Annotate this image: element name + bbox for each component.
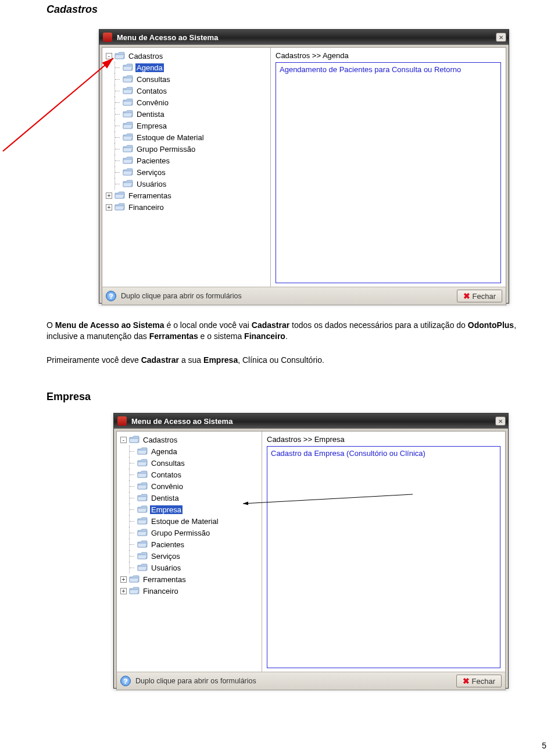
- folder-icon: [137, 540, 148, 548]
- tree-item-convênio[interactable]: Convênio: [118, 480, 260, 492]
- tree-item-ferramentas[interactable]: +Ferramentas: [118, 573, 260, 585]
- collapse-icon[interactable]: -: [120, 437, 127, 443]
- titlebar: Menu de Acesso ao Sistema ✕: [99, 30, 509, 45]
- help-icon[interactable]: ?: [106, 291, 116, 301]
- close-icon: ✖: [463, 676, 470, 686]
- description-box: Cadastro da Empresa (Consultório ou Clín…: [267, 446, 500, 668]
- page-number: 5: [542, 741, 546, 750]
- tree-item-financeiro[interactable]: +Financeiro: [118, 585, 260, 597]
- tree-label: Cadastros: [142, 436, 178, 444]
- folder-icon: [123, 63, 133, 72]
- breadcrumb: Cadastros >> Empresa: [267, 435, 500, 444]
- folder-icon: [123, 98, 133, 106]
- tree-item-convênio[interactable]: Convênio: [103, 97, 269, 108]
- tree-panel[interactable]: -CadastrosAgendaConsultasContatosConvêni…: [117, 432, 262, 672]
- folder-icon: [137, 505, 148, 513]
- close-button[interactable]: ✖ Fechar: [456, 675, 502, 687]
- tree-label: Estoque de Material: [135, 133, 205, 142]
- folder-icon: [115, 203, 125, 211]
- tree-item-usuários[interactable]: Usuários: [103, 178, 269, 190]
- expand-icon[interactable]: +: [106, 204, 112, 211]
- statusbar: ? Duplo clique para abrir os formulários…: [116, 672, 506, 690]
- tree-item-ferramentas[interactable]: +Ferramentas: [103, 190, 269, 201]
- folder-icon: [123, 133, 133, 141]
- tree-label: Dentista: [135, 110, 166, 119]
- tree-item-estoque-de-material[interactable]: Estoque de Material: [103, 131, 269, 143]
- tree-item-serviços[interactable]: Serviços: [103, 166, 269, 178]
- close-label: Fechar: [472, 677, 495, 686]
- app-icon: [103, 33, 112, 42]
- tree-item-empresa[interactable]: Empresa: [118, 504, 260, 515]
- folder-icon: [123, 168, 133, 176]
- tree-item-grupo-permissão[interactable]: Grupo Permissão: [118, 527, 260, 539]
- tree-panel[interactable]: -CadastrosAgendaConsultasContatosConvêni…: [102, 48, 271, 287]
- folder-icon: [137, 459, 148, 467]
- tree-label: Grupo Permissão: [150, 529, 211, 537]
- expand-icon[interactable]: +: [120, 588, 127, 594]
- tree-item-dentista[interactable]: Dentista: [103, 108, 269, 120]
- folder-icon: [137, 494, 148, 502]
- tree-label: Cadastros: [127, 52, 164, 60]
- tree-item-grupo-permissão[interactable]: Grupo Permissão: [103, 143, 269, 155]
- paragraph-2: Primeiramente você deve Cadastrar a sua …: [46, 355, 546, 366]
- tree-item-cadastros[interactable]: -Cadastros: [118, 434, 260, 445]
- collapse-icon[interactable]: -: [106, 53, 112, 59]
- folder-icon: [123, 156, 133, 165]
- folder-icon: [137, 470, 148, 479]
- folder-icon: [123, 75, 133, 83]
- tree-label: Consultas: [135, 75, 171, 84]
- tree-item-agenda[interactable]: Agenda: [118, 445, 260, 457]
- status-hint: Duplo clique para abrir os formulários: [135, 677, 452, 685]
- tree-item-empresa[interactable]: Empresa: [103, 120, 269, 131]
- svg-line-0: [3, 58, 113, 151]
- tree-item-pacientes[interactable]: Pacientes: [118, 539, 260, 550]
- section-heading-empresa: Empresa: [46, 391, 91, 403]
- tree-label: Serviços: [150, 552, 181, 561]
- tree-label: Convênio: [135, 98, 170, 107]
- window-menu-2: Menu de Acesso ao Sistema ✕ -CadastrosAg…: [113, 413, 509, 689]
- close-button[interactable]: ✖ Fechar: [457, 290, 502, 302]
- description-text: Cadastro da Empresa (Consultório ou Clín…: [271, 449, 425, 458]
- folder-icon: [137, 552, 148, 560]
- statusbar: ? Duplo clique para abrir os formulários…: [102, 287, 506, 305]
- tree-item-cadastros[interactable]: -Cadastros: [103, 50, 269, 62]
- detail-panel: Cadastros >> Empresa Cadastro da Empresa…: [262, 432, 505, 672]
- description-box: Agendamento de Pacientes para Consulta o…: [276, 62, 501, 283]
- folder-icon: [115, 191, 125, 199]
- breadcrumb: Cadastros >> Agenda: [276, 51, 501, 60]
- tree-label: Agenda: [135, 63, 164, 72]
- tree-item-contatos[interactable]: Contatos: [103, 85, 269, 97]
- tree-label: Empresa: [135, 122, 168, 130]
- tree-label: Usuários: [135, 180, 167, 188]
- tree-item-dentista[interactable]: Dentista: [118, 492, 260, 504]
- expand-icon[interactable]: +: [106, 192, 112, 199]
- window-title: Menu de Acesso ao Sistema: [117, 33, 491, 42]
- tree-item-usuários[interactable]: Usuários: [118, 562, 260, 573]
- expand-icon[interactable]: +: [120, 576, 127, 583]
- help-icon[interactable]: ?: [120, 676, 131, 686]
- tree-label: Usuários: [150, 564, 182, 572]
- tree-label: Estoque de Material: [150, 517, 220, 526]
- paragraph-1: O Menu de Acesso ao Sistema é o local on…: [46, 320, 546, 342]
- tree-item-agenda[interactable]: Agenda: [103, 62, 269, 73]
- window-menu-1: Menu de Acesso ao Sistema ✕ -CadastrosAg…: [99, 29, 509, 304]
- tree-label: Empresa: [150, 505, 183, 514]
- tree-label: Dentista: [150, 494, 180, 502]
- window-close-button[interactable]: ✕: [495, 416, 506, 426]
- detail-panel: Cadastros >> Agenda Agendamento de Pacie…: [271, 48, 506, 287]
- folder-icon: [137, 447, 148, 455]
- tree-item-estoque-de-material[interactable]: Estoque de Material: [118, 515, 260, 527]
- tree-item-consultas[interactable]: Consultas: [103, 73, 269, 85]
- folder-icon: [137, 529, 148, 537]
- tree-item-contatos[interactable]: Contatos: [118, 469, 260, 480]
- window-title: Menu de Acesso ao Sistema: [131, 417, 491, 426]
- folder-icon: [129, 575, 140, 583]
- tree-item-consultas[interactable]: Consultas: [118, 457, 260, 469]
- tree-item-pacientes[interactable]: Pacientes: [103, 155, 269, 166]
- tree-item-serviços[interactable]: Serviços: [118, 550, 260, 562]
- folder-icon: [123, 110, 133, 118]
- folder-icon: [137, 517, 148, 525]
- tree-label: Financeiro: [142, 587, 180, 595]
- tree-item-financeiro[interactable]: +Financeiro: [103, 201, 269, 213]
- window-close-button[interactable]: ✕: [496, 33, 506, 42]
